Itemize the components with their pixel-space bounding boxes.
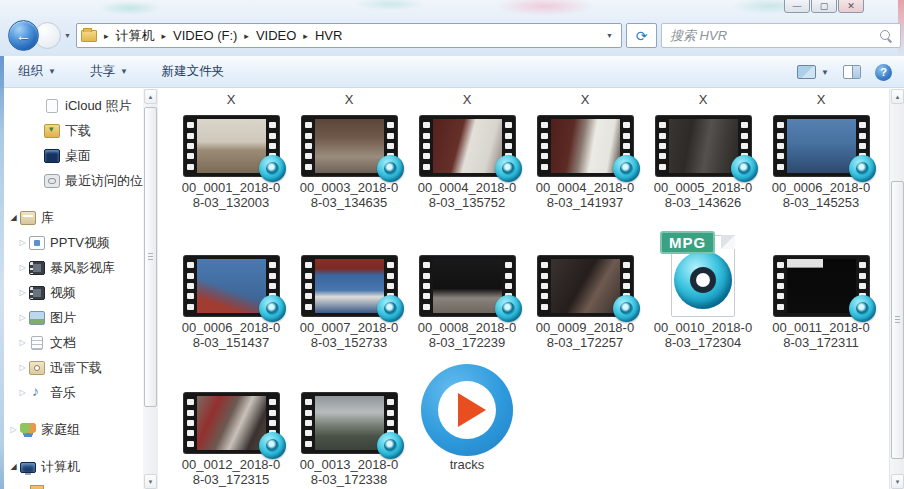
expander-icon[interactable]: ▷ (7, 425, 20, 434)
sidebar-item-计算机[interactable]: ◢计算机 (0, 454, 158, 479)
sidebar-item-图片[interactable]: ▷图片 (0, 305, 158, 330)
address-bar[interactable]: ▸计算机▸VIDEO (F:)▸VIDEO▸HVR▼ (76, 23, 622, 48)
sidebar-item-label: 音乐 (50, 384, 76, 402)
sidebar-item-音乐[interactable]: ▷音乐 (0, 380, 158, 405)
toolbar-button[interactable]: 新建文件夹 (162, 63, 225, 80)
file-item-clipped[interactable]: X (408, 88, 526, 107)
file-item[interactable]: 00_0006_2018-08-03_145253 (762, 116, 880, 210)
expander-icon[interactable]: ▷ (16, 288, 29, 297)
file-name-line1: 00_0004_2018-0 (418, 180, 516, 195)
sidebar-scrollbar-thumb[interactable] (144, 107, 157, 407)
file-name: 00_0004_2018-08-03_135752 (418, 180, 516, 210)
file-name-line2: 8-03_145253 (772, 195, 870, 210)
file-item[interactable]: 00_0004_2018-08-03_135752 (408, 116, 526, 210)
sidebar-item-桌面[interactable]: 桌面 (0, 143, 158, 168)
main-scrollbar[interactable]: ▲ ▼ (889, 89, 904, 489)
sidebar-item-iCloud 照片[interactable]: iCloud 照片 (0, 93, 158, 118)
film-hole (387, 133, 394, 139)
file-item[interactable]: 00_0011_2018-08-03_172311 (762, 256, 880, 350)
file-item[interactable]: 00_0006_2018-08-03_151437 (172, 256, 290, 350)
breadcrumb-item[interactable]: VIDEO (F:) (173, 28, 237, 43)
sidebar-item-库[interactable]: ◢库 (0, 205, 158, 230)
toolbar-button[interactable]: 组织▼ (18, 63, 56, 80)
film-hole (541, 143, 548, 149)
sidebar-item-视频[interactable]: ▷视频 (0, 280, 158, 305)
file-item[interactable]: 00_0004_2018-08-03_141937 (526, 116, 644, 210)
film-hole (187, 293, 194, 299)
file-item-clipped[interactable]: X (290, 88, 408, 107)
expander-icon[interactable]: ▷ (16, 388, 29, 397)
expander-icon[interactable]: ◢ (7, 213, 20, 222)
navigation-pane: iCloud 照片下载桌面最近访问的位置◢库▷PPTV视频▷暴风影视库▷视频▷图… (0, 89, 158, 489)
file-item-clipped[interactable]: X (526, 88, 644, 107)
refresh-button[interactable]: ⟳ (626, 23, 657, 48)
expander-icon[interactable]: ▷ (16, 338, 29, 347)
film-hole (541, 293, 548, 299)
player-badge-icon (259, 155, 286, 182)
breadcrumb-item[interactable]: HVR (315, 28, 342, 43)
film-hole (505, 273, 512, 279)
film-hole (187, 441, 194, 447)
sidebar-item-暴风影视库[interactable]: ▷暴风影视库 (0, 255, 158, 280)
breadcrumb-separator: ▸ (162, 31, 167, 41)
sidebar-item-label: 桌面 (65, 147, 91, 165)
expander-icon[interactable]: ▷ (16, 363, 29, 372)
file-item-clipped[interactable]: X (172, 88, 290, 107)
help-button[interactable]: ? (875, 64, 892, 81)
expander-icon[interactable]: ▷ (16, 238, 29, 247)
sidebar-item-迅雷下载[interactable]: ▷迅雷下载 (0, 355, 158, 380)
sidebar-item-家庭组[interactable]: ▷家庭组 (0, 417, 158, 442)
file-item[interactable]: 00_0013_2018-08-03_172338 (290, 393, 408, 487)
close-button[interactable]: ✕ (838, 0, 864, 13)
scroll-down-icon[interactable]: ▼ (144, 474, 157, 489)
preview-pane-button[interactable] (843, 65, 861, 79)
file-item[interactable]: MPG00_0010_2018-08-03_172304 (644, 256, 762, 350)
toolbar-button[interactable]: 共享▼ (90, 63, 128, 80)
file-item[interactable]: tracks (408, 393, 526, 487)
file-item[interactable]: 00_0005_2018-08-03_143626 (644, 116, 762, 210)
file-item-clipped[interactable]: X (762, 88, 880, 107)
file-item-clipped[interactable]: X (644, 88, 762, 107)
file-item[interactable]: 00_0007_2018-08-03_152733 (290, 256, 408, 350)
film-hole (187, 304, 194, 310)
scroll-up-icon[interactable]: ▲ (144, 89, 157, 104)
file-item[interactable]: 00_0003_2018-08-03_134635 (290, 116, 408, 210)
sidebar-item-label: iCloud 照片 (65, 97, 131, 115)
maximize-icon: ▢ (820, 1, 829, 11)
breadcrumb-item[interactable]: VIDEO (256, 28, 296, 43)
file-thumbnail (302, 256, 397, 316)
main-scrollbar-thumb[interactable] (891, 181, 904, 459)
clipped-filename-line: X (581, 92, 590, 107)
maximize-button[interactable]: ▢ (811, 0, 837, 13)
back-button[interactable]: ← (8, 20, 39, 51)
sidebar-item-PPTV视频[interactable]: ▷PPTV视频 (0, 230, 158, 255)
doc-icon (31, 336, 43, 350)
film-icon (29, 286, 45, 300)
sidebar-item-下载[interactable]: 下载 (0, 118, 158, 143)
address-dropdown-icon[interactable]: ▼ (602, 32, 617, 39)
film-hole (387, 273, 394, 279)
history-dropdown-icon[interactable]: ▼ (64, 32, 71, 39)
library-icon (20, 211, 36, 225)
film-hole (387, 122, 394, 128)
file-name-line2: 8-03_151437 (182, 335, 280, 350)
search-input[interactable]: 搜索 HVR (661, 23, 901, 48)
file-name-line2: 8-03_132003 (182, 195, 280, 210)
minimize-button[interactable]: — (784, 0, 810, 13)
sidebar-item-文档[interactable]: ▷文档 (0, 330, 158, 355)
scroll-up-icon[interactable]: ▲ (891, 89, 904, 104)
file-item[interactable]: 00_0012_2018-08-03_172315 (172, 393, 290, 487)
expander-icon[interactable]: ▷ (16, 263, 29, 272)
sidebar-item-最近访问的位置[interactable]: 最近访问的位置 (0, 168, 158, 193)
file-item[interactable]: 00_0008_2018-08-03_172239 (408, 256, 526, 350)
breadcrumb-separator: ▸ (303, 31, 308, 41)
breadcrumb-item[interactable]: 计算机 (116, 27, 155, 45)
scroll-down-icon[interactable]: ▼ (891, 474, 904, 489)
expander-icon[interactable]: ▷ (16, 313, 29, 322)
file-item[interactable]: 00_0009_2018-08-03_172257 (526, 256, 644, 350)
video-frame-image (551, 119, 620, 173)
file-item[interactable]: 00_0001_2018-08-03_132003 (172, 116, 290, 210)
expander-icon[interactable]: ◢ (7, 462, 20, 471)
change-view-button[interactable]: ▼ (797, 65, 829, 79)
sidebar-scrollbar[interactable]: ▲ ▼ (143, 89, 158, 489)
